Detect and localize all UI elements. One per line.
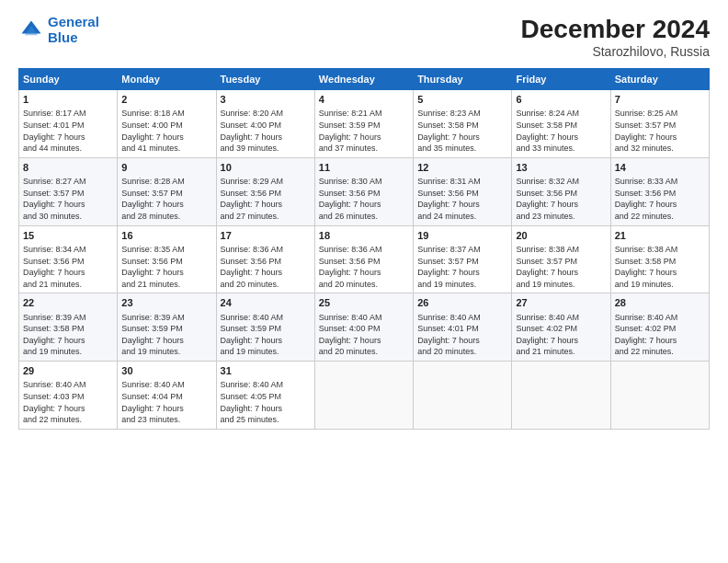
day-info: Sunrise: 8:36 AM Sunset: 3:56 PM Dayligh… xyxy=(221,244,311,290)
day-number: 22 xyxy=(23,296,113,310)
day-info: Sunrise: 8:40 AM Sunset: 4:04 PM Dayligh… xyxy=(121,379,211,425)
day-info: Sunrise: 8:39 AM Sunset: 3:58 PM Dayligh… xyxy=(23,312,113,358)
day-info: Sunrise: 8:40 AM Sunset: 4:01 PM Dayligh… xyxy=(417,312,507,358)
header-thursday: Thursday xyxy=(414,69,512,90)
day-number: 9 xyxy=(121,161,211,175)
table-row: 6Sunrise: 8:24 AM Sunset: 3:58 PM Daylig… xyxy=(512,90,610,158)
table-row: 3Sunrise: 8:20 AM Sunset: 4:00 PM Daylig… xyxy=(216,90,314,158)
day-info: Sunrise: 8:29 AM Sunset: 3:56 PM Dayligh… xyxy=(221,176,311,222)
day-number: 6 xyxy=(516,93,606,107)
calendar-week-row: 15Sunrise: 8:34 AM Sunset: 3:56 PM Dayli… xyxy=(19,225,710,293)
page: General Blue December 2024 Starozhilovo,… xyxy=(0,0,728,563)
header-monday: Monday xyxy=(118,69,216,90)
day-number: 31 xyxy=(221,364,311,378)
day-number: 14 xyxy=(615,161,705,175)
day-info: Sunrise: 8:37 AM Sunset: 3:57 PM Dayligh… xyxy=(417,244,507,290)
calendar-week-row: 1Sunrise: 8:17 AM Sunset: 4:01 PM Daylig… xyxy=(19,90,710,158)
day-number: 23 xyxy=(121,296,211,310)
table-row: 12Sunrise: 8:31 AM Sunset: 3:56 PM Dayli… xyxy=(414,157,512,225)
day-info: Sunrise: 8:21 AM Sunset: 3:59 PM Dayligh… xyxy=(319,108,409,154)
day-info: Sunrise: 8:40 AM Sunset: 4:03 PM Dayligh… xyxy=(23,379,113,425)
day-number: 15 xyxy=(23,229,113,243)
day-number: 26 xyxy=(417,296,507,310)
header-wednesday: Wednesday xyxy=(314,69,413,90)
logo: General Blue xyxy=(18,15,99,45)
table-row: 8Sunrise: 8:27 AM Sunset: 3:57 PM Daylig… xyxy=(19,157,118,225)
header: General Blue December 2024 Starozhilovo,… xyxy=(18,15,710,59)
day-info: Sunrise: 8:25 AM Sunset: 3:57 PM Dayligh… xyxy=(615,108,705,154)
table-row: 30Sunrise: 8:40 AM Sunset: 4:04 PM Dayli… xyxy=(118,362,216,430)
day-info: Sunrise: 8:40 AM Sunset: 3:59 PM Dayligh… xyxy=(221,312,311,358)
day-info: Sunrise: 8:23 AM Sunset: 3:58 PM Dayligh… xyxy=(417,108,507,154)
table-row: 16Sunrise: 8:35 AM Sunset: 3:56 PM Dayli… xyxy=(118,225,216,293)
day-info: Sunrise: 8:40 AM Sunset: 4:02 PM Dayligh… xyxy=(516,312,606,358)
table-row xyxy=(414,362,512,430)
header-tuesday: Tuesday xyxy=(216,69,314,90)
day-number: 8 xyxy=(23,161,113,175)
table-row: 21Sunrise: 8:38 AM Sunset: 3:58 PM Dayli… xyxy=(610,225,709,293)
day-number: 18 xyxy=(319,229,409,243)
table-row: 23Sunrise: 8:39 AM Sunset: 3:59 PM Dayli… xyxy=(118,293,216,362)
calendar-week-row: 8Sunrise: 8:27 AM Sunset: 3:57 PM Daylig… xyxy=(19,157,710,225)
table-row: 14Sunrise: 8:33 AM Sunset: 3:56 PM Dayli… xyxy=(610,157,709,225)
day-number: 5 xyxy=(417,93,507,107)
calendar-week-row: 22Sunrise: 8:39 AM Sunset: 3:58 PM Dayli… xyxy=(19,293,710,362)
title-block: December 2024 Starozhilovo, Russia xyxy=(521,15,710,59)
table-row xyxy=(610,362,709,430)
day-number: 4 xyxy=(319,93,409,107)
table-row xyxy=(314,362,413,430)
day-number: 7 xyxy=(615,93,705,107)
day-info: Sunrise: 8:27 AM Sunset: 3:57 PM Dayligh… xyxy=(23,176,113,222)
header-friday: Friday xyxy=(512,69,610,90)
day-number: 19 xyxy=(417,229,507,243)
day-info: Sunrise: 8:18 AM Sunset: 4:00 PM Dayligh… xyxy=(121,108,211,154)
day-info: Sunrise: 8:20 AM Sunset: 4:00 PM Dayligh… xyxy=(221,108,311,154)
day-number: 17 xyxy=(221,229,311,243)
table-row: 20Sunrise: 8:38 AM Sunset: 3:57 PM Dayli… xyxy=(512,225,610,293)
logo-line1: General xyxy=(48,14,99,29)
day-number: 25 xyxy=(319,296,409,310)
day-info: Sunrise: 8:39 AM Sunset: 3:59 PM Dayligh… xyxy=(121,312,211,358)
day-info: Sunrise: 8:36 AM Sunset: 3:56 PM Dayligh… xyxy=(319,244,409,290)
table-row: 28Sunrise: 8:40 AM Sunset: 4:02 PM Dayli… xyxy=(610,293,709,362)
day-info: Sunrise: 8:33 AM Sunset: 3:56 PM Dayligh… xyxy=(615,176,705,222)
calendar-subtitle: Starozhilovo, Russia xyxy=(521,44,710,59)
day-number: 30 xyxy=(121,364,211,378)
day-info: Sunrise: 8:38 AM Sunset: 3:58 PM Dayligh… xyxy=(615,244,705,290)
day-number: 3 xyxy=(221,93,311,107)
day-info: Sunrise: 8:35 AM Sunset: 3:56 PM Dayligh… xyxy=(121,244,211,290)
table-row: 22Sunrise: 8:39 AM Sunset: 3:58 PM Dayli… xyxy=(19,293,118,362)
day-number: 11 xyxy=(319,161,409,175)
day-number: 2 xyxy=(121,93,211,107)
table-row: 29Sunrise: 8:40 AM Sunset: 4:03 PM Dayli… xyxy=(19,362,118,430)
table-row: 15Sunrise: 8:34 AM Sunset: 3:56 PM Dayli… xyxy=(19,225,118,293)
logo-text: General Blue xyxy=(48,15,99,45)
day-info: Sunrise: 8:38 AM Sunset: 3:57 PM Dayligh… xyxy=(516,244,606,290)
table-row: 1Sunrise: 8:17 AM Sunset: 4:01 PM Daylig… xyxy=(19,90,118,158)
logo-line2: Blue xyxy=(48,29,78,45)
day-number: 1 xyxy=(23,93,113,107)
calendar-title: December 2024 xyxy=(521,15,710,44)
day-info: Sunrise: 8:30 AM Sunset: 3:56 PM Dayligh… xyxy=(319,176,409,222)
table-row: 31Sunrise: 8:40 AM Sunset: 4:05 PM Dayli… xyxy=(216,362,314,430)
day-info: Sunrise: 8:24 AM Sunset: 3:58 PM Dayligh… xyxy=(516,108,606,154)
day-number: 21 xyxy=(615,229,705,243)
day-info: Sunrise: 8:32 AM Sunset: 3:56 PM Dayligh… xyxy=(516,176,606,222)
table-row: 27Sunrise: 8:40 AM Sunset: 4:02 PM Dayli… xyxy=(512,293,610,362)
table-row: 19Sunrise: 8:37 AM Sunset: 3:57 PM Dayli… xyxy=(414,225,512,293)
day-number: 12 xyxy=(417,161,507,175)
day-info: Sunrise: 8:40 AM Sunset: 4:05 PM Dayligh… xyxy=(221,379,311,425)
day-info: Sunrise: 8:31 AM Sunset: 3:56 PM Dayligh… xyxy=(417,176,507,222)
table-row: 10Sunrise: 8:29 AM Sunset: 3:56 PM Dayli… xyxy=(216,157,314,225)
table-row: 17Sunrise: 8:36 AM Sunset: 3:56 PM Dayli… xyxy=(216,225,314,293)
calendar-header-row: Sunday Monday Tuesday Wednesday Thursday… xyxy=(19,69,710,90)
table-row: 25Sunrise: 8:40 AM Sunset: 4:00 PM Dayli… xyxy=(314,293,413,362)
table-row: 5Sunrise: 8:23 AM Sunset: 3:58 PM Daylig… xyxy=(414,90,512,158)
day-number: 27 xyxy=(516,296,606,310)
table-row: 26Sunrise: 8:40 AM Sunset: 4:01 PM Dayli… xyxy=(414,293,512,362)
table-row: 2Sunrise: 8:18 AM Sunset: 4:00 PM Daylig… xyxy=(118,90,216,158)
day-number: 28 xyxy=(615,296,705,310)
table-row: 9Sunrise: 8:28 AM Sunset: 3:57 PM Daylig… xyxy=(118,157,216,225)
day-info: Sunrise: 8:34 AM Sunset: 3:56 PM Dayligh… xyxy=(23,244,113,290)
day-number: 24 xyxy=(221,296,311,310)
